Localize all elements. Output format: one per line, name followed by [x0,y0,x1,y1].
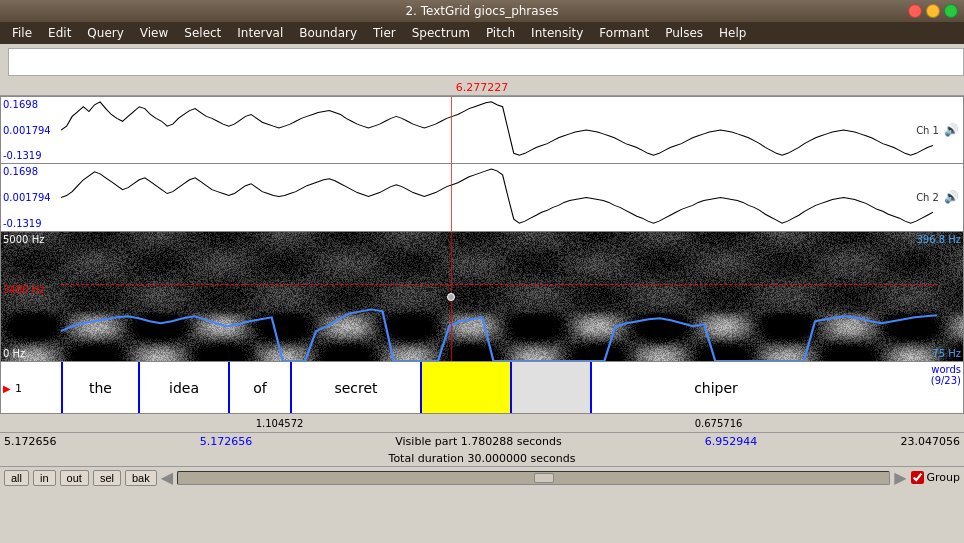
title-text: 2. TextGrid giocs_phrases [405,4,558,18]
titlebar: 2. TextGrid giocs_phrases [0,0,964,22]
tier-number: 1 [15,381,22,394]
menu-boundary[interactable]: Boundary [291,24,365,42]
window-controls [908,4,958,18]
scroll-arrow-left[interactable]: ◀ [161,468,173,487]
channel-2: 0.1698 0.001794 -0.1319 Ch 2 🔊 [0,164,964,232]
scroll-track[interactable] [177,471,890,485]
channel-1: 0.1698 0.001794 -0.1319 Ch 1 🔊 [0,96,964,164]
menu-file[interactable]: File [4,24,40,42]
spectrogram: 5000 Hz 3480 Hz 0 Hz 396.8 Hz 75 Hz [0,232,964,362]
bottom-toolbar: all in out sel bak ◀ ▶ Group [0,466,964,488]
spec-cursor-dot [447,293,455,301]
menu-query[interactable]: Query [79,24,131,42]
group-label: Group [927,471,961,484]
menu-select[interactable]: Select [176,24,229,42]
status-time-left-blue: 5.172656 [200,435,253,448]
menu-interval[interactable]: Interval [229,24,291,42]
spec-ymid: 3480 Hz [3,284,44,295]
menu-formant[interactable]: Formant [591,24,657,42]
time-marker-left: 1.104572 [256,418,304,429]
time-markers: 1.104572 0.675716 [0,414,964,432]
word-of[interactable]: of [228,362,290,413]
time-marker-right: 0.675716 [695,418,743,429]
status-time-right-blue: 6.952944 [705,435,758,448]
word-secret[interactable]: secret [290,362,420,413]
menu-tier[interactable]: Tier [365,24,404,42]
menu-spectrum[interactable]: Spectrum [404,24,478,42]
word-idea-text: idea [169,380,199,396]
in-button[interactable]: in [33,470,56,486]
tier-count: (9/23) [931,375,961,386]
ch1-ymin: -0.1319 [3,150,42,161]
word-secret-text: secret [334,380,377,396]
tier-name: words [931,364,961,375]
minimize-button[interactable] [926,4,940,18]
menu-intensity[interactable]: Intensity [523,24,591,42]
status-bar-top: 5.172656 5.172656 Visible part 1.780288 … [0,432,964,450]
spec-ymax: 5000 Hz [3,234,44,245]
out-button[interactable]: out [60,470,89,486]
pitch-curve [61,232,937,361]
ch2-ymin: -0.1319 [3,218,42,229]
ch1-speaker-icon[interactable]: 🔊 [944,123,959,137]
textgrid-tier[interactable]: ▶ 1 words (9/23) the idea of secr [0,362,964,414]
word-chiper-text: chiper [694,380,738,396]
status-total-duration: Total duration 30.000000 seconds [0,450,964,466]
word-idea[interactable]: idea [138,362,228,413]
word-the[interactable]: the [61,362,138,413]
word-the-text: the [89,380,112,396]
sel-button[interactable]: sel [93,470,121,486]
group-checkbox-container[interactable]: Group [911,471,961,484]
menu-pitch[interactable]: Pitch [478,24,523,42]
menu-help[interactable]: Help [711,24,754,42]
tier-marker: ▶ [3,382,11,393]
word-chiper[interactable]: chiper [590,362,840,413]
ch1-ymid: 0.001794 [3,125,51,136]
all-button[interactable]: all [4,470,29,486]
cursor-time: 6.277227 [456,81,509,94]
total-duration-text: Total duration 30.000000 seconds [389,452,576,465]
group-checkbox[interactable] [911,471,924,484]
menu-pulses[interactable]: Pulses [657,24,711,42]
maximize-button[interactable] [944,4,958,18]
ch2-speaker-icon[interactable]: 🔊 [944,190,959,204]
main-area: 6.277227 0.1698 0.001794 -0.1319 Ch 1 🔊 … [0,80,964,432]
bak-button[interactable]: bak [125,470,157,486]
menubar: File Edit Query View Select Interval Bou… [0,22,964,44]
menu-edit[interactable]: Edit [40,24,79,42]
status-time-left-num: 5.172656 [4,435,57,448]
ch1-cursor [451,97,452,163]
spec-ymin: 0 Hz [3,348,25,359]
word-of-text: of [253,380,267,396]
close-button[interactable] [908,4,922,18]
ch1-waveform [61,97,933,163]
word-empty-selected[interactable] [420,362,510,413]
scroll-thumb[interactable] [534,473,554,483]
tier-label-area: words (9/23) [931,364,961,386]
ch2-waveform [61,164,933,231]
ch2-ymax: 0.1698 [3,166,38,177]
status-time-right: 23.047056 [901,435,961,448]
scroll-arrow-right[interactable]: ▶ [894,468,906,487]
ch2-cursor [451,164,452,231]
word-cursor-cell[interactable] [510,362,590,413]
menu-view[interactable]: View [132,24,176,42]
status-visible-part: Visible part 1.780288 seconds [395,435,561,448]
ch2-ymid: 0.001794 [3,192,51,203]
ch1-ymax: 0.1698 [3,99,38,110]
text-input[interactable] [8,48,964,76]
